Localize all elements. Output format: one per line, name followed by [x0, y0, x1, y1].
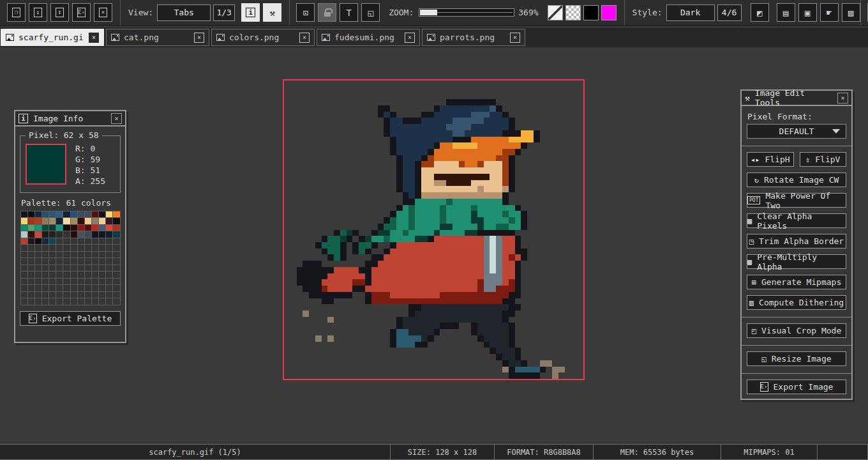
make-power-of-two-button[interactable]: POT Make Power Of Two: [747, 193, 846, 208]
pixel-format-dropdown[interactable]: DEFAULT: [747, 124, 846, 139]
trim-alpha-border-button[interactable]: ◳ Trim Alpha Border: [747, 234, 846, 249]
tab-close-icon[interactable]: ×: [89, 33, 99, 43]
view-counter[interactable]: 1/3: [213, 4, 235, 21]
rotate-cw-button[interactable]: ↻ Rotate Image CW: [747, 172, 846, 187]
tab-close-icon[interactable]: ×: [194, 33, 204, 43]
viewport[interactable]: [0, 47, 868, 444]
pixel-coords-label: Pixel: 62 x 58: [26, 130, 102, 140]
export-image-button[interactable]: E› Export Image: [747, 379, 846, 394]
divider: [742, 345, 851, 346]
bg-magenta-button[interactable]: [601, 5, 617, 20]
close-file-icon: ×: [99, 8, 107, 17]
window-layout-button[interactable]: ▤: [777, 3, 795, 22]
premultiply-alpha-button[interactable]: ▩ Pre-Multiply Alpha: [747, 254, 846, 269]
save-image-button[interactable]: ↧: [50, 3, 69, 22]
image-info-title-bar[interactable]: i Image Info ×: [15, 111, 125, 126]
premultiply-icon: ▩: [747, 258, 752, 266]
zoom-slider-fill[interactable]: [420, 10, 437, 15]
pixel-color-swatch: [26, 144, 66, 185]
visual-crop-mode-button[interactable]: ◰ Visual Crop Mode: [747, 323, 846, 338]
panel-select-button[interactable]: ☛: [820, 3, 839, 22]
diagonal-square-icon: ◩: [757, 8, 762, 18]
toolbar-separator: [860, 0, 861, 26]
pixel-red-value: R: 0: [75, 144, 105, 153]
bg-checker-button[interactable]: [565, 5, 581, 20]
import-image-button[interactable]: ↥: [29, 3, 47, 22]
export-icon: E›: [29, 314, 37, 323]
status-filename: scarfy_run.gif (1/5): [0, 444, 391, 460]
flip-h-button[interactable]: ◂▸ FlipH: [747, 152, 794, 167]
tab-parrots-png[interactable]: parrots.png ×: [422, 29, 525, 46]
image-file-icon: [322, 34, 330, 41]
dithering-icon: ▥: [749, 299, 754, 307]
zoom-slider[interactable]: [419, 8, 514, 17]
palette-color-cell: [112, 298, 120, 305]
info-panel-toggle[interactable]: i: [241, 3, 260, 22]
bg-diagonal-button[interactable]: [548, 5, 563, 20]
flip-v-icon: ⇕: [805, 156, 810, 164]
fit-view-button[interactable]: ⊡: [296, 3, 315, 22]
pixel-art-canvas[interactable]: [284, 80, 583, 379]
view-label: View:: [128, 8, 153, 17]
toolbar-separator: [289, 0, 290, 26]
mipmaps-icon: ⊞: [752, 279, 756, 286]
lock-icon: [324, 12, 331, 17]
pixel-alpha-value: A: 255: [75, 176, 105, 186]
close-icon[interactable]: ×: [111, 113, 122, 124]
clear-alpha-pixels-button[interactable]: ▦ Clear Alpha Pixels: [747, 213, 846, 228]
view-mode-dropdown[interactable]: Tabs: [157, 4, 211, 21]
image-info-panel[interactable]: i Image Info × Pixel: 62 x 58 R: 0 G: 59…: [14, 110, 126, 343]
divider: [742, 317, 851, 318]
image-file-icon: [216, 34, 225, 41]
pixel-green-value: G: 59: [75, 155, 105, 164]
text-tool-label: T: [346, 8, 351, 18]
theme-edit-button[interactable]: ◩: [751, 3, 769, 22]
text-tool-button[interactable]: T: [340, 3, 358, 22]
flip-v-button[interactable]: ⇕ FlipV: [800, 152, 847, 167]
scale-tool-button[interactable]: ◱: [361, 3, 380, 22]
divider: [742, 373, 851, 374]
palette-grid: [20, 211, 120, 305]
close-icon[interactable]: ×: [837, 93, 848, 103]
status-memory: MEM: 65536 bytes: [593, 444, 721, 460]
import-file-icon: ↥: [34, 8, 42, 17]
copy-image-button[interactable]: ❐: [7, 3, 26, 22]
compute-dithering-button[interactable]: ▥ Compute Dithering: [747, 295, 846, 310]
export-palette-button[interactable]: E› Export Palette: [20, 311, 121, 326]
lock-view-button[interactable]: [318, 3, 336, 22]
status-mipmaps: MIPMAPS: 01: [721, 444, 818, 460]
tab-close-icon[interactable]: ×: [299, 33, 310, 43]
trim-alpha-icon: ◳: [749, 238, 754, 245]
image-file-icon: [427, 34, 435, 41]
save-file-icon: ↧: [56, 8, 64, 17]
generate-mipmaps-button[interactable]: ⊞ Generate Mipmaps: [747, 275, 846, 289]
tools-panel-toggle[interactable]: ⚒: [263, 3, 281, 22]
image-edit-tools-panel[interactable]: ⚒ Image Edit Tools × Pixel Format: DEFAU…: [740, 89, 853, 400]
tab-cat-png[interactable]: cat.png ×: [106, 29, 209, 46]
tools-icon: ⚒: [269, 8, 274, 18]
export-image-button[interactable]: E›: [72, 3, 91, 22]
pixel-blue-value: B: 51: [75, 165, 105, 175]
style-dropdown[interactable]: Dark: [666, 4, 715, 21]
tab-close-icon[interactable]: ×: [405, 33, 415, 43]
toolbar-separator: [624, 0, 625, 26]
info-icon: i: [19, 114, 28, 123]
tab-bar: scarfy_run.gif × cat.png × colors.png × …: [0, 27, 868, 47]
top-toolbar: ❐ ↥ ↧ E› × View: Tabs 1/3 i ⚒ ⊡ T ◱ ZOOM…: [0, 0, 868, 26]
edit-tools-title-bar[interactable]: ⚒ Image Edit Tools ×: [742, 91, 851, 106]
export-file-icon: E›: [77, 8, 86, 17]
tab-scarfy-run-gif[interactable]: scarfy_run.gif ×: [1, 29, 104, 46]
tab-colors-png[interactable]: colors.png ×: [211, 29, 315, 46]
resize-image-button[interactable]: ◱ Resize Image: [747, 351, 846, 366]
style-counter[interactable]: 4/6: [717, 4, 742, 21]
dither-preview-button[interactable]: ▨: [842, 3, 860, 22]
bg-black-button[interactable]: [583, 5, 599, 20]
export-icon: E›: [760, 382, 768, 392]
tab-fudesumi-png[interactable]: fudesumi.png ×: [317, 29, 420, 46]
tab-close-icon[interactable]: ×: [510, 33, 520, 43]
image-frame[interactable]: [283, 79, 585, 380]
layers-button[interactable]: ▣: [798, 3, 817, 22]
close-image-button[interactable]: ×: [94, 3, 112, 22]
flip-h-icon: ◂▸: [751, 156, 760, 164]
divider: [742, 146, 851, 146]
